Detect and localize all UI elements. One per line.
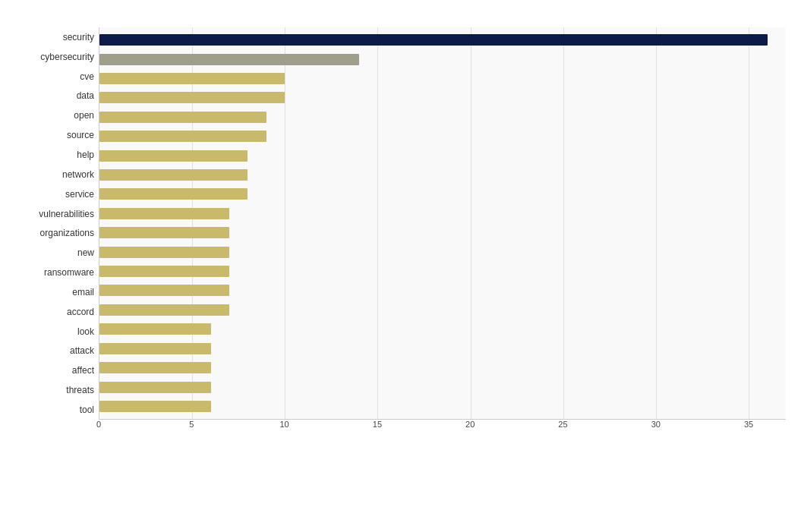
y-label: affect xyxy=(15,366,94,375)
bar-help xyxy=(99,150,248,162)
bar-row xyxy=(99,320,786,338)
y-label: open xyxy=(15,111,94,120)
bar-threats xyxy=(99,382,211,393)
y-label: data xyxy=(15,91,94,100)
bar-open xyxy=(99,112,266,123)
bar-row xyxy=(99,377,786,396)
bar-look xyxy=(99,323,211,335)
bar-attack xyxy=(99,343,211,354)
x-tick: 10 xyxy=(279,420,289,429)
bar-row xyxy=(99,88,786,107)
bar-vulnerabilities xyxy=(99,208,229,219)
chart-container: securitycybersecuritycvedataopensourcehe… xyxy=(0,0,801,532)
bar-row xyxy=(99,146,786,165)
bar-row xyxy=(99,30,786,49)
y-label: security xyxy=(15,33,94,42)
x-tick: 20 xyxy=(465,420,475,429)
y-label: source xyxy=(15,131,94,140)
x-tick: 35 xyxy=(744,420,753,429)
y-label: tool xyxy=(15,405,94,414)
bar-row xyxy=(99,49,786,68)
bar-accord xyxy=(99,304,229,316)
y-label: new xyxy=(15,248,94,257)
bar-row xyxy=(99,397,786,416)
y-label: help xyxy=(15,150,94,159)
bar-new xyxy=(99,247,229,258)
bar-organizations xyxy=(99,227,229,238)
y-label: cybersecurity xyxy=(15,52,94,61)
y-label: organizations xyxy=(15,228,94,238)
y-label: ransomware xyxy=(15,268,94,277)
bar-cybersecurity xyxy=(99,54,359,65)
bar-tool xyxy=(99,401,211,412)
y-label: network xyxy=(15,170,94,179)
y-label: attack xyxy=(15,346,94,355)
bar-row xyxy=(99,69,786,88)
bar-network xyxy=(99,169,248,181)
x-tick: 15 xyxy=(373,420,382,429)
y-label: email xyxy=(15,288,94,297)
bar-cve xyxy=(99,73,285,84)
y-label: accord xyxy=(15,307,94,316)
bar-email xyxy=(99,285,229,296)
bar-row xyxy=(99,339,786,358)
bar-row xyxy=(99,165,786,184)
bar-row xyxy=(99,358,786,377)
bars-area xyxy=(99,27,786,419)
bar-row xyxy=(99,242,786,261)
x-tick: 30 xyxy=(651,420,661,429)
bar-affect xyxy=(99,362,211,373)
bar-row xyxy=(99,108,786,127)
bar-service xyxy=(99,188,248,200)
x-axis: 05101520253035 xyxy=(99,420,786,458)
x-tick: 0 xyxy=(96,420,101,429)
bar-row xyxy=(99,301,786,320)
y-label: service xyxy=(15,190,94,199)
x-tick: 5 xyxy=(189,420,194,429)
bar-security xyxy=(99,34,768,46)
y-label: look xyxy=(15,327,94,336)
bar-row xyxy=(99,204,786,223)
bar-row xyxy=(99,223,786,242)
bar-source xyxy=(99,131,266,142)
bar-row xyxy=(99,127,786,146)
y-label: cve xyxy=(15,72,94,81)
x-tick: 25 xyxy=(558,420,567,429)
bar-ransomware xyxy=(99,266,229,277)
y-label: vulnerabilities xyxy=(15,209,94,219)
bar-row xyxy=(99,281,786,300)
plot-area xyxy=(99,27,786,420)
y-axis-labels: securitycybersecuritycvedataopensourcehe… xyxy=(15,27,99,420)
y-label: threats xyxy=(15,386,94,395)
bar-data xyxy=(99,92,285,103)
chart-area: securitycybersecuritycvedataopensourcehe… xyxy=(15,27,786,420)
bar-row xyxy=(99,262,786,281)
bar-row xyxy=(99,184,786,203)
